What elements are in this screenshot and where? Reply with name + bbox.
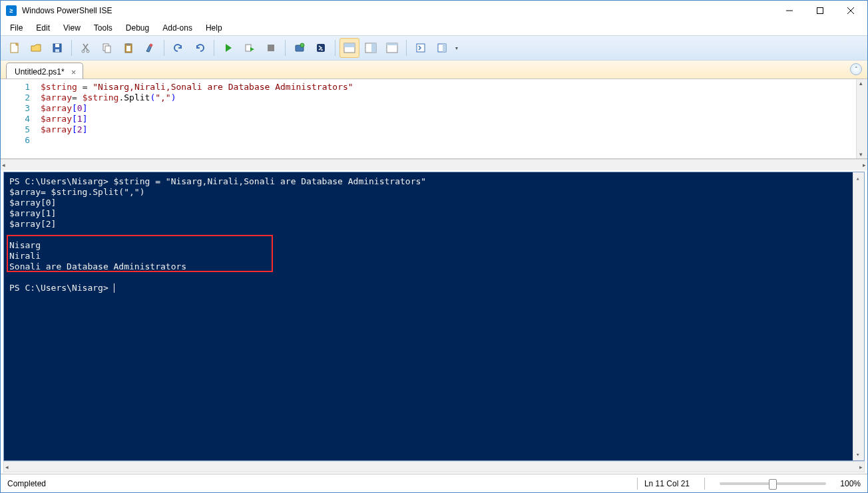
toolbar: ▾ [1,35,867,61]
minimize-icon [786,7,793,14]
collapse-script-pane-button[interactable]: ˄ [850,63,862,75]
layout-max-icon [385,42,399,54]
clear-icon [144,42,156,54]
toolbar-separator [214,40,214,56]
svg-rect-16 [126,43,130,45]
svg-rect-29 [387,43,397,45]
new-remote-tab-button[interactable] [290,38,310,58]
tab-close-button[interactable]: × [70,68,78,77]
tab-label: Untitled2.ps1* [15,67,65,77]
tab-bar: Untitled2.ps1* × ˄ [1,61,867,79]
menu-tools[interactable]: Tools [87,22,119,34]
minimize-button[interactable] [774,1,805,21]
copy-icon [101,42,113,54]
line-number-gutter: 123456 [1,79,38,158]
svg-point-21 [300,43,304,47]
script-tab[interactable]: Untitled2.ps1* × [6,63,83,79]
toolbar-separator [335,40,335,56]
show-command-button[interactable] [411,38,431,58]
console[interactable]: PS C:\Users\Nisarg> $string = "Nisarg,Ni… [4,172,853,460]
show-command-addon-button[interactable] [432,38,452,58]
console-vertical-scrollbar[interactable] [853,172,864,460]
paste-button[interactable] [118,38,138,58]
save-icon [51,42,63,54]
toolbar-separator [406,40,407,56]
menu-view[interactable]: View [57,22,87,34]
clear-button[interactable] [140,38,160,58]
script-editor[interactable]: 123456 $string = "Nisarg,Nirali,Sonali a… [1,79,856,158]
svg-rect-19 [268,45,274,51]
script-editor-pane: 123456 $string = "Nisarg,Nirali,Sonali a… [1,79,867,159]
close-icon [847,7,854,14]
stop-button[interactable] [261,38,281,58]
cut-icon [80,42,92,54]
open-folder-icon [30,42,42,54]
redo-button[interactable] [190,38,210,58]
svg-rect-1 [817,8,823,14]
toolbar-overflow[interactable]: ▾ [453,45,460,51]
toolbar-separator [285,40,286,56]
svg-rect-25 [344,43,355,47]
maximize-icon [817,7,823,14]
window-controls [774,1,866,21]
menu-file[interactable]: File [3,22,29,34]
svg-rect-32 [443,44,446,52]
save-button[interactable] [47,38,67,58]
maximize-button[interactable] [805,1,835,21]
run-selection-button[interactable] [240,38,260,58]
open-button[interactable] [26,38,46,58]
svg-rect-15 [126,46,130,51]
run-selection-icon [244,42,256,54]
addon-pane-icon [436,42,448,54]
svg-rect-13 [105,46,110,53]
status-text: Completed [7,479,630,488]
layout-top-icon [343,42,356,54]
console-horizontal-scrollbar[interactable]: ◂▸ [3,461,865,472]
start-powershell-button[interactable] [311,38,331,58]
stop-icon [265,42,277,54]
output-highlight-box [7,235,273,272]
status-separator [704,478,705,490]
paste-icon [122,42,134,54]
zoom-slider[interactable] [720,482,826,485]
editor-vertical-scrollbar[interactable] [856,79,867,158]
code-area[interactable]: $string = "Nisarg,Nirali,Sonali are Data… [38,79,856,158]
toolbar-separator [71,40,72,56]
svg-rect-18 [246,45,251,51]
new-file-icon [9,42,21,54]
editor-horizontal-scrollbar[interactable]: ◂▸ [1,159,867,170]
menu-addons[interactable]: Add-ons [156,22,199,34]
menu-debug[interactable]: Debug [119,22,156,34]
menu-help[interactable]: Help [199,22,229,34]
redo-icon [194,42,206,54]
undo-icon [172,42,184,54]
svg-rect-27 [371,43,376,53]
show-script-right-button[interactable] [361,38,381,58]
cut-button[interactable] [76,38,96,58]
app-icon: ≥ [6,5,17,16]
layout-right-icon [364,42,377,54]
show-script-max-button[interactable] [382,38,402,58]
command-pane-icon [415,42,427,54]
run-icon [222,42,234,54]
window-title: Windows PowerShell ISE [22,6,774,15]
console-pane: PS C:\Users\Nisarg> $string = "Nisarg,Ni… [3,172,865,461]
run-button[interactable] [218,38,238,58]
close-button[interactable] [835,1,866,21]
copy-button[interactable] [97,38,117,58]
undo-button[interactable] [168,38,188,58]
remote-tab-icon [294,42,306,54]
powershell-icon [315,42,327,54]
show-script-top-button[interactable] [339,38,359,58]
toolbar-separator [164,40,164,56]
cursor-position: Ln 11 Col 21 [644,479,698,488]
titlebar: ≥ Windows PowerShell ISE [1,1,867,21]
menubar: File Edit View Tools Debug Add-ons Help [1,21,867,35]
status-bar: Completed Ln 11 Col 21 100% [1,474,867,492]
zoom-percent: 100% [834,479,861,488]
svg-rect-6 [55,44,59,47]
chevron-up-icon: ˄ [855,66,858,73]
new-button[interactable] [5,38,25,58]
menu-edit[interactable]: Edit [29,22,57,34]
status-separator [637,478,638,490]
